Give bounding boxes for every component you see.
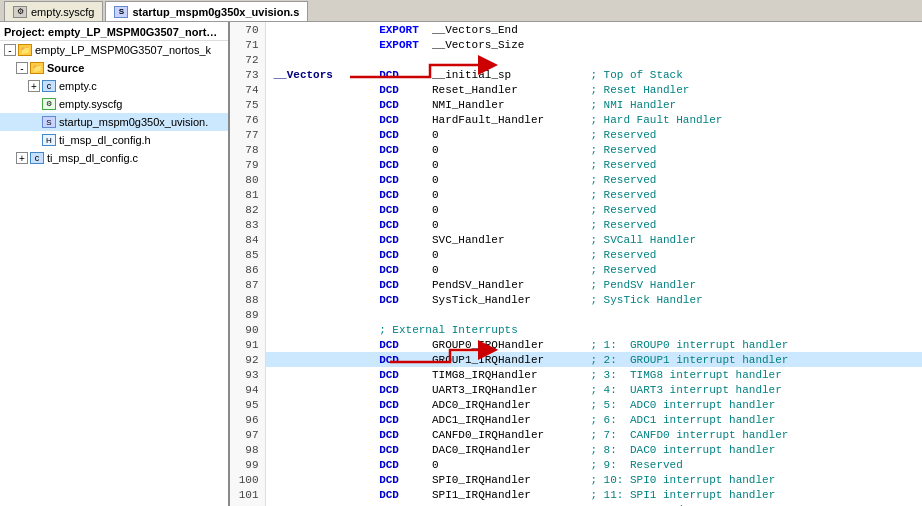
line-number: 86 [230, 262, 265, 277]
file-icon-configh: H [42, 134, 56, 146]
line-number: 93 [230, 367, 265, 382]
tree-expand-root[interactable]: - [4, 44, 16, 56]
line-code: DCD 0 ; Reserved [265, 217, 922, 232]
table-row: 78 DCD 0 ; Reserved [230, 142, 922, 157]
table-row: 72 [230, 52, 922, 67]
line-number: 97 [230, 427, 265, 442]
tree-label-root: empty_LP_MSPM0G3507_nortos_k [35, 44, 228, 56]
tree-startup[interactable]: S startup_mspm0g350x_uvision. [0, 113, 228, 131]
line-number: 81 [230, 187, 265, 202]
line-code: DCD 0 ; Reserved [265, 262, 922, 277]
table-row: 83 DCD 0 ; Reserved [230, 217, 922, 232]
line-code: DCD SysTick_Handler ; SysTick Handler [265, 292, 922, 307]
line-code: DCD SPI0_IRQHandler ; 10: SPI0 interrupt… [265, 472, 922, 487]
table-row: 76 DCD HardFault_Handler ; Hard Fault Ha… [230, 112, 922, 127]
line-code: DCD NMI_Handler ; NMI Handler [265, 97, 922, 112]
line-number: 85 [230, 247, 265, 262]
line-number: 100 [230, 472, 265, 487]
table-row: 87 DCD PendSV_Handler ; PendSV Handler [230, 277, 922, 292]
tab-bar: ⚙ empty.syscfg S startup_mspm0g350x_uvis… [0, 0, 922, 22]
line-number: 83 [230, 217, 265, 232]
code-table: 70 EXPORT __Vectors_End71 EXPORT __Vecto… [230, 22, 922, 506]
line-code: EXPORT __Vectors_End [265, 22, 922, 37]
table-row: 89 [230, 307, 922, 322]
line-number: 96 [230, 412, 265, 427]
line-number: 90 [230, 322, 265, 337]
table-row: 81 DCD 0 ; Reserved [230, 187, 922, 202]
tree-expand-source[interactable]: - [16, 62, 28, 74]
line-number: 74 [230, 82, 265, 97]
table-row: 91 DCD GROUP0_IRQHandler ; 1: GROUP0 int… [230, 337, 922, 352]
line-code: DCD ADC0_IRQHandler ; 5: ADC0 interrupt … [265, 397, 922, 412]
line-number: 99 [230, 457, 265, 472]
tree-source[interactable]: - 📁 Source [0, 59, 228, 77]
line-number: 87 [230, 277, 265, 292]
line-code: DCD 0 ; 9: Reserved [265, 457, 922, 472]
tab-syscfg[interactable]: ⚙ empty.syscfg [4, 1, 103, 21]
tree-root[interactable]: - 📁 empty_LP_MSPM0G3507_nortos_k [0, 41, 228, 59]
table-row: 84 DCD SVC_Handler ; SVCall Handler [230, 232, 922, 247]
line-code: DCD HardFault_Handler ; Hard Fault Handl… [265, 112, 922, 127]
folder-icon-emptyc: c [42, 80, 56, 92]
startup-icon: S [114, 6, 128, 18]
table-row: 71 EXPORT __Vectors_Size [230, 37, 922, 52]
table-row: 100 DCD SPI0_IRQHandler ; 10: SPI0 inter… [230, 472, 922, 487]
line-code: DCD 0 ; 12: Reserved [265, 502, 922, 506]
line-number: 73 [230, 67, 265, 82]
tree-emptyc[interactable]: + c empty.c [0, 77, 228, 95]
line-number: 75 [230, 97, 265, 112]
line-code: DCD DAC0_IRQHandler ; 8: DAC0 interrupt … [265, 442, 922, 457]
line-number: 76 [230, 112, 265, 127]
line-number: 84 [230, 232, 265, 247]
table-row: 90 ; External Interrupts [230, 322, 922, 337]
line-number: 98 [230, 442, 265, 457]
line-number: 71 [230, 37, 265, 52]
tree-label-source: Source [47, 62, 228, 74]
tree-expand-emptyc[interactable]: + [28, 80, 40, 92]
tree-label-configh: ti_msp_dl_config.h [59, 134, 228, 146]
line-number: 88 [230, 292, 265, 307]
line-number: 70 [230, 22, 265, 37]
line-number: 77 [230, 127, 265, 142]
tree-expand-configc[interactable]: + [16, 152, 28, 164]
tree-configc[interactable]: + c ti_msp_dl_config.c [0, 149, 228, 167]
tab-startup[interactable]: S startup_mspm0g350x_uvision.s [105, 1, 308, 21]
line-number: 82 [230, 202, 265, 217]
tab-startup-label: startup_mspm0g350x_uvision.s [132, 6, 299, 18]
tree-label-configc: ti_msp_dl_config.c [47, 152, 228, 164]
table-row: 97 DCD CANFD0_IRQHandler ; 7: CANFD0 int… [230, 427, 922, 442]
line-code: DCD 0 ; Reserved [265, 187, 922, 202]
line-number: 72 [230, 52, 265, 67]
table-row: 88 DCD SysTick_Handler ; SysTick Handler [230, 292, 922, 307]
line-code: DCD 0 ; Reserved [265, 172, 922, 187]
line-code: DCD CANFD0_IRQHandler ; 7: CANFD0 interr… [265, 427, 922, 442]
table-row: 96 DCD ADC1_IRQHandler ; 6: ADC1 interru… [230, 412, 922, 427]
file-icon-startup: S [42, 116, 56, 128]
table-row: 102 DCD 0 ; 12: Reserved [230, 502, 922, 506]
folder-icon-configc: c [30, 152, 44, 164]
tree-label-syscfg: empty.syscfg [59, 98, 228, 110]
line-number: 78 [230, 142, 265, 157]
table-row: 80 DCD 0 ; Reserved [230, 172, 922, 187]
file-tree: Project: empty_LP_MSPM0G3507_nortos_k - … [0, 22, 230, 506]
line-code: DCD GROUP1_IRQHandler ; 2: GROUP1 interr… [265, 352, 922, 367]
syscfg-icon: ⚙ [13, 6, 27, 18]
table-row: 98 DCD DAC0_IRQHandler ; 8: DAC0 interru… [230, 442, 922, 457]
table-row: 86 DCD 0 ; Reserved [230, 262, 922, 277]
table-row: 75 DCD NMI_Handler ; NMI Handler [230, 97, 922, 112]
table-row: 101 DCD SPI1_IRQHandler ; 11: SPI1 inter… [230, 487, 922, 502]
folder-icon-root: 📁 [18, 44, 32, 56]
line-code [265, 307, 922, 322]
line-number: 89 [230, 307, 265, 322]
line-code [265, 52, 922, 67]
line-code: DCD 0 ; Reserved [265, 157, 922, 172]
code-panel[interactable]: 70 EXPORT __Vectors_End71 EXPORT __Vecto… [230, 22, 922, 506]
line-code: DCD TIMG8_IRQHandler ; 3: TIMG8 interrup… [265, 367, 922, 382]
tab-syscfg-label: empty.syscfg [31, 6, 94, 18]
table-row: 79 DCD 0 ; Reserved [230, 157, 922, 172]
table-row: 95 DCD ADC0_IRQHandler ; 5: ADC0 interru… [230, 397, 922, 412]
line-code: ; External Interrupts [265, 322, 922, 337]
tree-configh[interactable]: H ti_msp_dl_config.h [0, 131, 228, 149]
main-content: Project: empty_LP_MSPM0G3507_nortos_k - … [0, 22, 922, 506]
tree-emptysyscfg[interactable]: ⚙ empty.syscfg [0, 95, 228, 113]
